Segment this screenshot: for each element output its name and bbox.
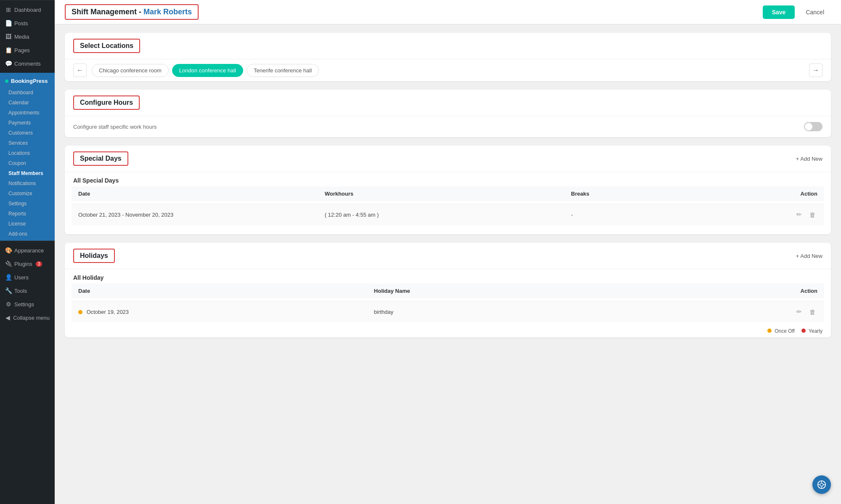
collapse-icon: ◀ (5, 314, 11, 321)
sidebar-item-label: Media (14, 34, 29, 40)
location-tab-london[interactable]: London conference hall (172, 64, 243, 77)
plugins-icon: 🔌 (5, 260, 12, 267)
bp-license-label: License (8, 221, 26, 227)
sidebar-item-appearance[interactable]: 🎨 Appearance (0, 244, 55, 257)
legend-yearly: Yearly (801, 328, 822, 334)
sidebar-item-bp-locations[interactable]: Locations (0, 148, 55, 158)
special-days-row: October 21, 2023 - November 20, 2023 ( 1… (72, 204, 824, 225)
help-button[interactable] (812, 475, 831, 494)
locations-next-arrow[interactable]: → (809, 64, 822, 77)
users-label: Users (14, 274, 29, 281)
settings-icon: ⚙ (5, 301, 12, 308)
sidebar-item-label: Comments (14, 61, 41, 67)
col-action: Action (694, 191, 817, 197)
sidebar-item-bp-customize[interactable]: Customize (0, 188, 55, 199)
bp-appointments-label: Appointments (8, 110, 39, 116)
sidebar-item-dashboard[interactable]: ⊞ Dashboard (0, 3, 55, 16)
sidebar-item-bp-payments[interactable]: Payments (0, 118, 55, 128)
posts-icon: 📄 (5, 20, 12, 27)
legend-once-off: Once Off (767, 328, 795, 334)
save-button[interactable]: Save (763, 5, 795, 19)
media-icon: 🖼 (5, 33, 12, 40)
bp-settings-label: Settings (8, 201, 27, 207)
holidays-header: Holidays + Add New (65, 243, 831, 269)
edit-icon[interactable]: ✏ (795, 209, 804, 220)
location-tab-chicago[interactable]: Chicago conference room (92, 64, 169, 77)
bp-staff-label: Staff Members (8, 170, 43, 176)
holiday-name: birthday (374, 309, 670, 315)
bookingpress-subnav: Dashboard Calendar Appointments Payments… (0, 88, 55, 239)
special-day-breaks: - (571, 212, 694, 218)
bp-coupon-label: Coupon (8, 160, 26, 166)
holidays-add-new-button[interactable]: + Add New (796, 253, 822, 259)
sidebar-item-bp-reports[interactable]: Reports (0, 209, 55, 219)
settings-label: Settings (14, 301, 34, 308)
sidebar-item-bp-services[interactable]: Services (0, 138, 55, 148)
bottom-nav: 🎨 Appearance 🔌 Plugins 3 👤 Users 🔧 Tools… (0, 241, 55, 327)
users-icon: 👤 (5, 274, 12, 281)
sidebar-item-bp-coupon[interactable]: Coupon (0, 158, 55, 168)
sidebar-item-bp-staff[interactable]: Staff Members (0, 168, 55, 178)
comments-icon: 💬 (5, 60, 12, 67)
select-locations-card: Select Locations ← Chicago conference ro… (65, 33, 831, 81)
sidebar-item-collapse[interactable]: ◀ Collapse menu (0, 311, 55, 324)
configure-hours-toggle[interactable] (804, 122, 822, 131)
sidebar-item-bp-notifications[interactable]: Notifications (0, 178, 55, 188)
special-days-title: Special Days (73, 151, 128, 166)
sidebar-item-label: Posts (14, 20, 28, 27)
bookingpress-header[interactable]: BookingPress (0, 74, 55, 88)
sidebar-item-bp-license[interactable]: License (0, 219, 55, 229)
locations-prev-arrow[interactable]: ← (73, 64, 87, 77)
sidebar-item-bp-appointments[interactable]: Appointments (0, 108, 55, 118)
holiday-col-date: Date (78, 288, 374, 294)
sidebar-item-media[interactable]: 🖼 Media (0, 30, 55, 43)
bp-notifications-label: Notifications (8, 180, 36, 186)
special-days-header: Special Days + Add New (65, 146, 831, 172)
plugins-badge: 3 (36, 261, 42, 267)
location-tab-tenerife[interactable]: Tenerife conference hall (247, 64, 319, 77)
cancel-button[interactable]: Cancel (799, 5, 831, 19)
bp-payments-label: Payments (8, 120, 31, 126)
special-days-add-new-button[interactable]: + Add New (796, 156, 822, 162)
sidebar-item-bp-calendar[interactable]: Calendar (0, 98, 55, 108)
bp-green-dot (5, 80, 8, 83)
main-content: Select Locations ← Chicago conference ro… (55, 24, 841, 504)
dashboard-icon: ⊞ (5, 6, 12, 13)
sidebar-item-posts[interactable]: 📄 Posts (0, 16, 55, 30)
holiday-date: October 19, 2023 (78, 309, 374, 315)
special-days-all-label: All Special Days (65, 172, 831, 186)
page-title: Shift Management - Mark Roberts (65, 4, 199, 20)
svg-point-1 (820, 483, 823, 486)
holidays-card: Holidays + Add New All Holiday Date Holi… (65, 243, 831, 337)
sidebar-item-settings[interactable]: ⚙ Settings (0, 297, 55, 311)
sidebar-item-label: Pages (14, 47, 30, 53)
sidebar-item-bp-settings[interactable]: Settings (0, 199, 55, 209)
sidebar-item-bp-customers[interactable]: Customers (0, 128, 55, 138)
holidays-all-label: All Holiday (65, 269, 831, 284)
holiday-row: October 19, 2023 birthday ✏ 🗑 (72, 301, 824, 322)
bp-services-label: Services (8, 140, 28, 146)
select-locations-header: Select Locations (65, 33, 831, 59)
sidebar-item-bp-dashboard[interactable]: Dashboard (0, 88, 55, 98)
yearly-dot (801, 329, 806, 333)
delete-icon[interactable]: 🗑 (808, 210, 817, 220)
holiday-col-action: Action (670, 288, 817, 294)
top-bar: Shift Management - Mark Roberts Save Can… (55, 0, 841, 24)
sidebar-item-bp-addons[interactable]: Add-ons (0, 229, 55, 239)
delete-icon[interactable]: 🗑 (808, 307, 817, 317)
sidebar-item-tools[interactable]: 🔧 Tools (0, 284, 55, 297)
bookingpress-label: BookingPress (11, 78, 48, 84)
col-date: Date (78, 191, 325, 197)
select-locations-title: Select Locations (73, 39, 140, 53)
edit-icon[interactable]: ✏ (795, 306, 804, 317)
appearance-icon: 🎨 (5, 247, 12, 254)
sidebar-item-pages[interactable]: 📋 Pages (0, 43, 55, 57)
appearance-label: Appearance (14, 247, 44, 254)
configure-hours-header: Configure Hours (65, 90, 831, 116)
plugins-label: Plugins (14, 261, 32, 267)
sidebar-item-comments[interactable]: 💬 Comments (0, 57, 55, 70)
sidebar-item-plugins[interactable]: 🔌 Plugins 3 (0, 257, 55, 271)
sidebar-item-users[interactable]: 👤 Users (0, 271, 55, 284)
bp-calendar-label: Calendar (8, 100, 29, 106)
locations-nav: ← Chicago conference room London confere… (65, 59, 831, 81)
